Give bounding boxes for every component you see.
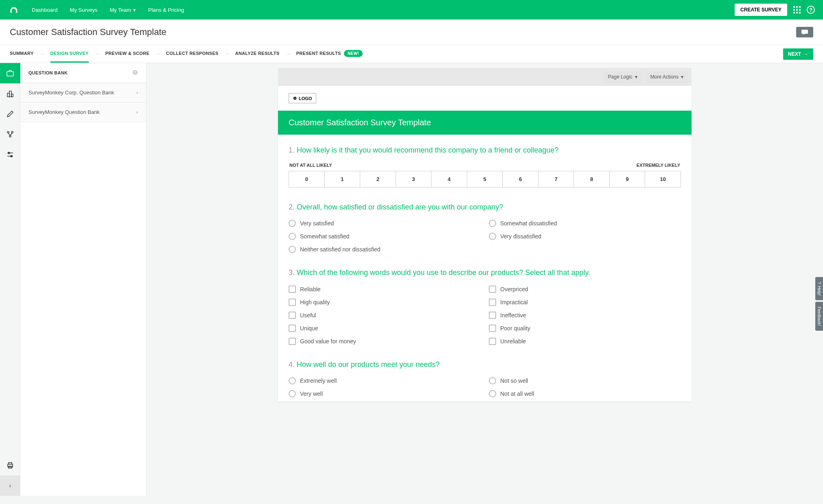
checkbox-control[interactable] [289,312,296,319]
checkbox-option[interactable]: High quality [289,299,481,306]
nps-cell-1[interactable]: 1 [325,171,361,187]
question-2[interactable]: 2. Overall, how satisfied or dissatisfie… [278,192,692,257]
radio-control[interactable] [489,390,496,397]
nps-cell-3[interactable]: 3 [396,171,432,187]
rail-logic[interactable] [0,124,20,144]
checkbox-option[interactable]: Unreliable [489,338,681,345]
step-design[interactable]: DESIGN SURVEY [50,45,89,63]
help-tab-icon: ? [817,282,821,284]
help-icon[interactable]: ? [807,6,815,14]
q4-text: How well do our products meet your needs… [297,360,440,369]
nav-my-team[interactable]: My Team ▾ [110,7,136,13]
q1-text: How likely is it that you would recommen… [297,146,558,154]
nav-plans[interactable]: Plans & Pricing [148,7,184,13]
svg-rect-2 [799,6,801,8]
chat-button[interactable] [796,27,813,37]
arrow-icon: → [285,51,291,57]
rail-builder[interactable] [0,83,20,104]
nps-cell-8[interactable]: 8 [574,171,610,187]
print-icon [7,462,14,469]
radio-control[interactable] [289,246,296,253]
add-logo-button[interactable]: ⊕ LOGO [289,93,316,103]
help-circle-icon[interactable]: ? [132,70,138,76]
option-label: Impractical [500,299,528,305]
new-badge: NEW! [344,50,363,57]
nps-cell-2[interactable]: 2 [360,171,396,187]
radio-option[interactable]: Not so well [489,377,681,384]
checkbox-option[interactable]: Good value for money [289,338,481,345]
rail-options[interactable] [0,144,20,165]
checkbox-control[interactable] [489,325,496,332]
nps-cell-9[interactable]: 9 [610,171,646,187]
checkbox-control[interactable] [289,325,296,332]
page-logic-button[interactable]: Page Logic ▾ [603,71,642,83]
checkbox-option[interactable]: Unique [289,325,481,332]
checkbox-control[interactable] [489,338,496,345]
chevron-right-icon: › [136,109,138,115]
sidebar-item-corp-bank[interactable]: SurveyMonkey Corp. Question Bank › [20,83,146,103]
checkbox-control[interactable] [489,312,496,319]
radio-option[interactable]: Extremely well [289,377,481,384]
apps-grid-icon[interactable] [793,6,801,13]
radio-option[interactable]: Somewhat dissatisfied [489,220,681,227]
step-summary[interactable]: SUMMARY [10,45,34,63]
step-analyze[interactable]: ANALYZE RESULTS [235,45,280,63]
radio-option[interactable]: Very well [289,390,481,397]
logo[interactable] [8,6,20,14]
checkbox-control[interactable] [289,286,296,293]
radio-control[interactable] [289,220,296,227]
radio-control[interactable] [489,233,496,240]
checkbox-control[interactable] [489,286,496,293]
survey-title[interactable]: Customer Satisfaction Survey Template [278,111,692,135]
checkbox-option[interactable]: Useful [289,312,481,319]
radio-option[interactable]: Very satisfied [289,220,481,227]
radio-option[interactable]: Somewhat satisfied [289,233,481,240]
nps-cell-6[interactable]: 6 [503,171,538,187]
nps-cell-7[interactable]: 7 [538,171,574,187]
option-label: Ineffective [500,312,526,319]
radio-option[interactable]: Neither satisfied nor dissatisfied [289,246,481,253]
nps-cell-5[interactable]: 5 [467,171,503,187]
checkbox-control[interactable] [289,299,296,306]
rail-themes[interactable] [0,104,20,124]
page-actions-bar: Page Logic ▾ More Actions ▾ [278,68,692,86]
svg-point-16 [7,131,9,133]
checkbox-control[interactable] [489,299,496,306]
question-3[interactable]: 3. Which of the following words would yo… [278,257,692,349]
radio-control[interactable] [289,390,296,397]
logo-btn-label: LOGO [299,96,312,101]
checkbox-option[interactable]: Overpriced [489,286,681,293]
more-actions-button[interactable]: More Actions ▾ [646,71,688,83]
rail-print[interactable] [0,455,20,476]
feedback-tab[interactable]: Feedback! [815,302,823,331]
question-4[interactable]: 4. How well do our products meet your ne… [278,349,692,401]
checkbox-option[interactable]: Ineffective [489,312,681,319]
sidebar-item-sm-bank[interactable]: SurveyMonkey Question Bank › [20,103,146,122]
checkbox-option[interactable]: Impractical [489,299,681,306]
option-label: Extremely well [300,377,337,384]
create-survey-button[interactable]: CREATE SURVEY [735,4,787,16]
nps-cell-4[interactable]: 4 [431,171,467,187]
step-present[interactable]: PRESENT RESULTS NEW! [296,45,363,63]
nav-my-surveys[interactable]: My Surveys [70,7,98,13]
step-collect[interactable]: COLLECT RESPONSES [166,45,219,63]
radio-option[interactable]: Not at all well [489,390,681,397]
radio-control[interactable] [489,377,496,384]
radio-control[interactable] [289,233,296,240]
checkbox-option[interactable]: Poor quality [489,325,681,332]
radio-control[interactable] [489,220,496,227]
question-1[interactable]: 1. How likely is it that you would recom… [278,135,692,192]
checkbox-option[interactable]: Reliable [289,286,481,293]
rail-collapse[interactable]: ‹ [0,476,20,496]
option-label: Very dissatisfied [500,233,541,240]
checkbox-control[interactable] [289,338,296,345]
rail-question-bank[interactable] [0,63,20,83]
next-button[interactable]: NEXT → [783,48,813,60]
nps-cell-10[interactable]: 10 [645,171,681,187]
nps-cell-0[interactable]: 0 [289,171,325,187]
nav-dashboard[interactable]: Dashboard [32,7,58,13]
radio-control[interactable] [289,377,296,384]
radio-option[interactable]: Very dissatisfied [489,233,681,240]
help-tab[interactable]: ? Help! [815,277,823,300]
step-preview[interactable]: PREVIEW & SCORE [105,45,149,63]
